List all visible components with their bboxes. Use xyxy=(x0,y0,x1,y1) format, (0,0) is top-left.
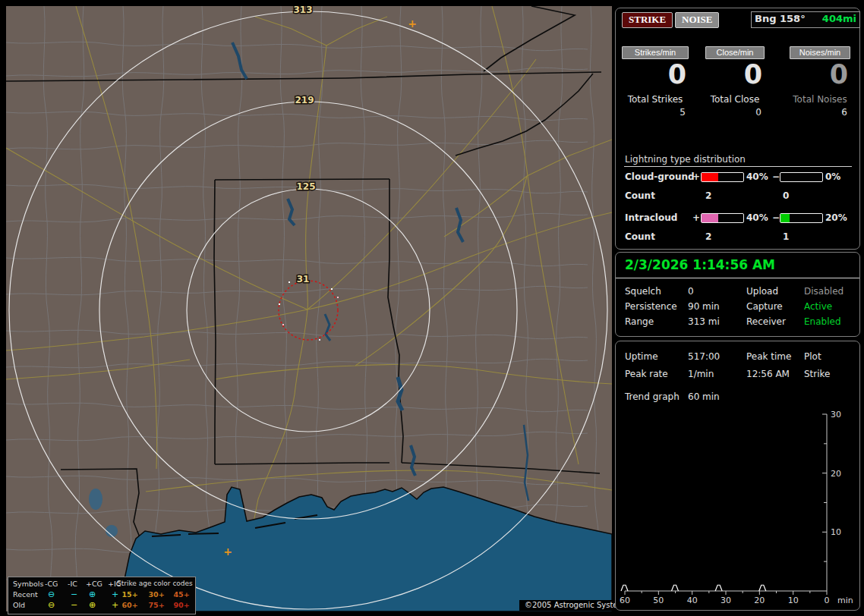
uptime-value: 517:00 xyxy=(688,351,720,362)
capture-label: Capture xyxy=(746,301,783,312)
receiver-label: Receiver xyxy=(746,316,786,327)
cg-count-row: Count 2 0 xyxy=(616,190,859,203)
intracloud-row: Intracloud + 40% − 20% xyxy=(616,212,859,225)
cg-negative-bar xyxy=(780,172,823,182)
legend-symbols-header: Symbols xyxy=(13,580,43,588)
distribution-rule xyxy=(624,166,852,167)
lightning-map[interactable]: 31321912531 ++ xyxy=(6,6,612,611)
cloud-ground-label: Cloud-ground xyxy=(625,171,695,182)
count-label: Count xyxy=(625,190,655,201)
persistence-value: 90 min xyxy=(688,301,720,312)
total-noises-value: 6 xyxy=(790,107,850,118)
svg-text:60: 60 xyxy=(620,596,630,605)
cloud-ground-row: Cloud-ground + 40% − 0% xyxy=(616,171,859,184)
count-label: Count xyxy=(625,231,655,242)
total-close-label: Total Close xyxy=(705,94,765,105)
svg-text:10: 10 xyxy=(788,596,799,605)
uptime-trend-panel: Uptime 517:00 Peak time Plot Peak rate 1… xyxy=(615,341,860,611)
capture-status: Active xyxy=(804,301,832,312)
pos-cg-recent-icon: ⊕ xyxy=(89,591,96,599)
map-legend: Symbols -CG -IC +CG +IC Strike age color… xyxy=(8,577,196,614)
ic-positive-bar xyxy=(701,213,744,223)
svg-text:10: 10 xyxy=(831,527,841,537)
svg-text:40: 40 xyxy=(687,596,698,605)
svg-text:30: 30 xyxy=(831,410,841,420)
age-30: 30+ xyxy=(146,590,167,599)
neg-ic-old-icon: − xyxy=(71,602,77,609)
clock-rule xyxy=(616,278,859,278)
distribution-header: Lightning type distribution xyxy=(625,154,746,165)
upload-label: Upload xyxy=(746,286,778,297)
noises-per-min-button[interactable]: Noises/min xyxy=(790,46,850,59)
strike-mode-button[interactable]: STRIKE xyxy=(622,12,673,28)
uptime-label: Uptime xyxy=(625,351,658,362)
svg-text:0: 0 xyxy=(825,596,830,605)
age-15: 15+ xyxy=(119,590,140,599)
svg-text:20: 20 xyxy=(831,469,841,479)
peak-rate-value: 1/min xyxy=(688,369,714,379)
minus-sign: − xyxy=(772,212,780,223)
status-panel: 2/3/2026 1:14:56 AM Squelch 0 Upload Dis… xyxy=(615,252,860,337)
upload-status: Disabled xyxy=(804,286,844,297)
plus-sign: + xyxy=(692,171,700,182)
counters-panel: STRIKE NOISE Bng 158° 404mi Strikes/min … xyxy=(615,8,860,250)
legend-old-label: Old xyxy=(13,601,25,609)
svg-text:+: + xyxy=(223,545,232,558)
neg-ic-recent-icon: − xyxy=(71,591,77,599)
trend-data: 6050403020100min302010 xyxy=(620,410,853,605)
strikes-per-min-value: 0 xyxy=(622,59,689,93)
total-close-value: 0 xyxy=(705,107,765,118)
bearing-value: Bng 158° xyxy=(755,13,806,24)
noise-mode-button[interactable]: NOISE xyxy=(675,12,719,28)
cg-positive-pct: 40% xyxy=(746,171,768,182)
svg-text:50: 50 xyxy=(653,596,664,605)
svg-text:+: + xyxy=(408,17,417,30)
range-value: 404mi xyxy=(822,13,856,24)
total-strikes-label: Total Strikes xyxy=(622,94,689,105)
cg-positive-count: 2 xyxy=(705,190,711,201)
strike-trend-chart: 6050403020100min302010 xyxy=(616,410,859,610)
svg-text:219: 219 xyxy=(295,95,314,105)
pos-ic-recent-icon: + xyxy=(112,591,118,599)
neg-cg-old-icon: ⊖ xyxy=(48,602,55,609)
svg-text:30: 30 xyxy=(721,596,731,605)
noises-per-min-value: 0 xyxy=(790,59,850,93)
age-90: 90+ xyxy=(171,601,192,609)
peak-time-label: Peak time xyxy=(746,351,791,362)
range-setting-value: 313 mi xyxy=(688,316,720,327)
trend-graph-label: Trend graph xyxy=(625,391,680,402)
trend-axes xyxy=(625,414,827,591)
clock-display: 2/3/2026 1:14:56 AM xyxy=(625,257,775,272)
legend-recent-label: Recent xyxy=(13,590,38,599)
range-label: Range xyxy=(625,316,654,327)
ic-positive-pct: 40% xyxy=(746,212,768,223)
trend-window-value: 60 min xyxy=(688,391,720,402)
cg-negative-count: 0 xyxy=(783,190,789,201)
age-45: 45+ xyxy=(171,590,192,599)
minus-sign: − xyxy=(772,171,780,182)
svg-text:min: min xyxy=(837,596,853,605)
close-per-min-value: 0 xyxy=(705,59,765,93)
ic-negative-bar xyxy=(780,213,823,223)
ic-negative-pct: 20% xyxy=(825,212,847,223)
pos-ic-old-icon: + xyxy=(112,602,118,609)
ic-count-row: Count 2 1 xyxy=(616,231,859,244)
cg-positive-bar xyxy=(701,172,744,182)
legend-col-ncg: -CG xyxy=(45,580,58,588)
receiver-status: Enabled xyxy=(804,316,841,327)
close-per-min-button[interactable]: Close/min xyxy=(705,46,765,59)
bearing-range-display: Bng 158° 404mi xyxy=(751,11,860,28)
peak-time-value: 12:56 AM xyxy=(746,369,790,379)
strikes-per-min-button[interactable]: Strikes/min xyxy=(622,46,689,59)
svg-text:31: 31 xyxy=(297,274,310,284)
svg-text:20: 20 xyxy=(754,596,765,605)
plot-label: Plot xyxy=(804,351,821,362)
svg-text:313: 313 xyxy=(293,6,312,15)
pos-cg-old-icon: ⊕ xyxy=(89,602,96,609)
total-noises-label: Total Noises xyxy=(790,94,850,105)
ic-negative-count: 1 xyxy=(783,231,789,242)
legend-age-header: Strike age color codes xyxy=(117,580,193,587)
map-view[interactable]: 31321912531 ++ Symbols -CG -IC +CG +IC S… xyxy=(6,6,612,611)
age-75: 75+ xyxy=(146,601,167,609)
squelch-value: 0 xyxy=(688,286,694,297)
